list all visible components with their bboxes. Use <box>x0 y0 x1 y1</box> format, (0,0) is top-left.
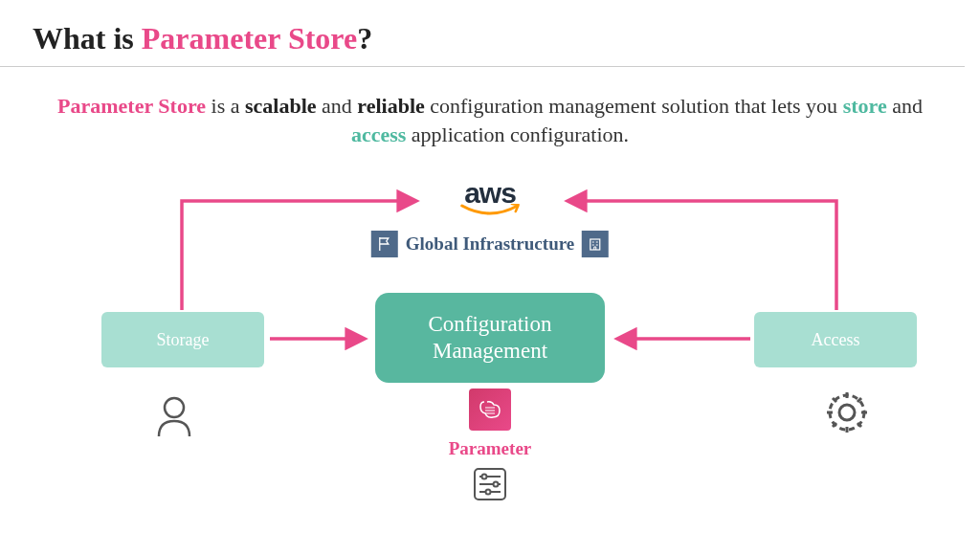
svg-point-6 <box>482 475 487 479</box>
access-label: Access <box>812 330 860 350</box>
parameter-store-icon <box>469 389 511 431</box>
title-prefix: What is <box>33 21 142 56</box>
aws-logo-text: aws <box>371 180 609 206</box>
svg-point-10 <box>486 490 491 495</box>
storage-box: Storage <box>101 312 264 367</box>
svg-point-2 <box>839 405 855 420</box>
config-box: Configuration Management <box>375 293 605 383</box>
title-highlight: Parameter Store <box>142 21 357 56</box>
config-label: Configuration Management <box>375 311 605 364</box>
subtitle: Parameter Store is a scalable and reliab… <box>0 67 980 148</box>
sliders-icon <box>471 465 509 503</box>
parameter-label: Parameter <box>449 438 532 459</box>
aws-block: aws Global Infrastructure <box>371 180 609 257</box>
title-suffix: ? <box>357 21 372 56</box>
storage-label: Storage <box>157 330 210 350</box>
global-infra-row: Global Infrastructure <box>371 231 609 257</box>
diagram-area: aws Global Infrastructure Storage Config… <box>0 163 980 526</box>
flag-icon <box>371 231 398 257</box>
svg-point-8 <box>494 482 499 487</box>
svg-rect-0 <box>590 239 600 250</box>
person-icon <box>151 392 197 438</box>
svg-point-1 <box>165 398 184 417</box>
global-infra-label: Global Infrastructure <box>406 233 574 255</box>
access-box: Access <box>754 312 917 367</box>
aws-smile-icon <box>460 204 520 219</box>
building-icon <box>582 231 609 257</box>
gear-icon <box>821 387 873 438</box>
page-title: What is Parameter Store? <box>0 0 965 67</box>
